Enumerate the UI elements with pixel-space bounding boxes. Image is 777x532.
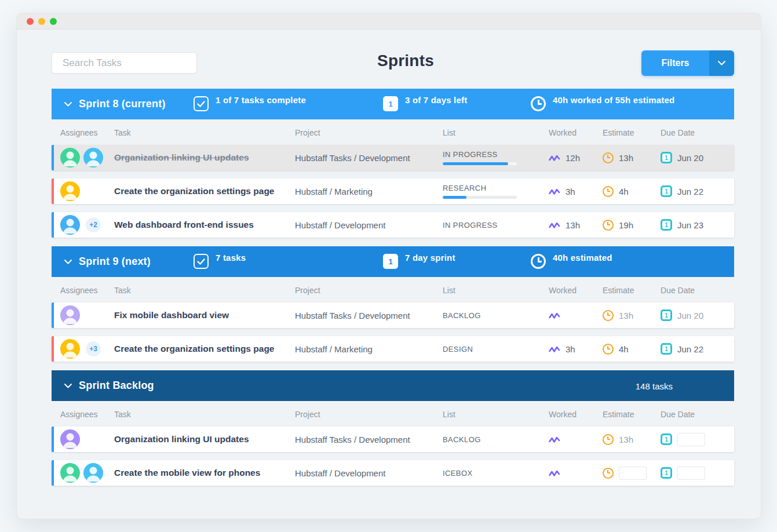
page-title: Sprints	[377, 52, 434, 70]
due-date-input[interactable]	[677, 433, 705, 446]
checkbox-icon	[194, 254, 209, 269]
column-headers: Assignees Task Project List Worked Estim…	[52, 278, 734, 303]
column-header-estimate: Estimate	[603, 286, 661, 295]
close-window-button[interactable]	[27, 18, 34, 25]
column-header-task: Task	[114, 286, 295, 295]
task-row[interactable]: +2 Web dashboard front-end issues Hubsta…	[52, 212, 734, 238]
list-label: IN PROGRESS	[443, 150, 498, 159]
task-title[interactable]: Create the organization settings page	[114, 186, 274, 196]
task-title[interactable]: Create the organization settings page	[114, 344, 274, 354]
hours-worked-stat: 40h worked of 55h estimated	[531, 95, 674, 111]
worked-activity-icon	[549, 436, 560, 443]
clock-icon	[531, 254, 546, 269]
task-row[interactable]: Organization linking UI updates Hubstaff…	[52, 145, 734, 170]
column-header-assignees: Assignees	[60, 410, 114, 419]
filters-button-label[interactable]: Filters	[641, 50, 709, 76]
task-title[interactable]: Organization linking UI updates	[114, 152, 249, 163]
estimate-value: 13h	[619, 153, 633, 163]
avatar[interactable]	[60, 215, 80, 235]
worked-activity-icon	[549, 154, 560, 162]
estimate-input[interactable]	[619, 467, 647, 480]
task-title[interactable]: Create the mobile view for phones	[114, 468, 260, 478]
filters-button[interactable]: Filters	[641, 50, 734, 76]
avatar[interactable]	[60, 181, 80, 201]
column-header-worked: Worked	[549, 128, 603, 137]
project-label: Hubstaff / Development	[295, 220, 443, 230]
avatar[interactable]	[60, 429, 80, 449]
sprint-backlog-header[interactable]: Sprint Backlog 148 tasks	[52, 370, 734, 401]
list-label: BACKLOG	[443, 435, 481, 444]
stat-label: 7 day sprint	[405, 253, 455, 263]
avatar[interactable]	[60, 463, 80, 483]
list-label: DESIGN	[443, 345, 473, 354]
avatar[interactable]	[83, 463, 103, 483]
task-progress-bar	[443, 162, 517, 165]
column-header-assignees: Assignees	[60, 128, 114, 137]
calendar-icon: 1	[383, 254, 398, 269]
avatar[interactable]	[60, 305, 80, 325]
collapse-chevron-icon[interactable]	[64, 260, 72, 264]
column-header-estimate: Estimate	[603, 410, 661, 419]
estimate-value: 4h	[619, 187, 629, 196]
column-header-list: List	[443, 410, 549, 419]
column-header-task: Task	[114, 410, 295, 419]
avatar[interactable]	[83, 148, 103, 167]
avatar[interactable]	[60, 339, 80, 359]
task-title[interactable]: Organization linking UI updates	[114, 434, 249, 444]
app-window: Sprints Filters Sprint 8 (current)	[16, 13, 761, 519]
stat-label: 3 of 7 days left	[405, 95, 467, 105]
column-header-estimate: Estimate	[603, 128, 661, 137]
toolbar: Sprints Filters	[52, 50, 734, 76]
estimate-value: 13h	[619, 435, 633, 444]
task-title[interactable]: Fix mobile dashboard view	[114, 310, 229, 320]
task-row[interactable]: Organization linking UI updates Hubstaff…	[52, 427, 734, 452]
worked-value: 13h	[566, 220, 580, 230]
task-row[interactable]: +3 Create the organization settings page…	[52, 336, 734, 362]
estimate-clock-icon	[603, 310, 614, 321]
sprint-8-section: Sprint 8 (current) 1 of 7 tasks complete…	[52, 89, 734, 246]
search-input[interactable]	[63, 57, 191, 69]
sprint-8-header[interactable]: Sprint 8 (current) 1 of 7 tasks complete…	[52, 89, 734, 119]
stat-label: 40h worked of 55h estimated	[553, 95, 674, 105]
search-box[interactable]	[52, 52, 197, 74]
collapse-chevron-icon[interactable]	[64, 102, 72, 107]
collapse-chevron-icon[interactable]	[64, 384, 72, 388]
task-row[interactable]: Create the organization settings page Hu…	[52, 178, 734, 204]
minimize-window-button[interactable]	[38, 18, 45, 25]
project-label: Hubstaff / Marketing	[295, 187, 443, 196]
task-row[interactable]: Fix mobile dashboard view Hubstaff Tasks…	[52, 303, 734, 328]
task-progress-bar	[443, 196, 517, 199]
estimate-value: 4h	[619, 344, 629, 354]
column-header-due-date: Due Date	[661, 410, 734, 419]
extra-assignees-badge[interactable]: +2	[86, 217, 101, 232]
task-row[interactable]: Create the mobile view for phones Hubsta…	[52, 460, 734, 486]
due-date-calendar-icon: 1	[661, 219, 672, 231]
column-header-project: Project	[295, 410, 443, 419]
worked-activity-icon	[549, 312, 560, 319]
estimate-clock-icon	[603, 468, 614, 479]
sprint-length-stat: 1 7 day sprint	[383, 253, 455, 269]
main-content: Sprints Filters Sprint 8 (current)	[17, 30, 761, 494]
sprint-9-header[interactable]: Sprint 9 (next) 7 tasks 1 7 day sprint	[52, 246, 734, 277]
estimate-clock-icon	[603, 186, 614, 197]
sprint-backlog-section: Sprint Backlog 148 tasks Assignees Task …	[52, 370, 734, 494]
estimate-clock-icon	[603, 152, 614, 163]
due-date-input[interactable]	[677, 467, 705, 480]
worked-activity-icon	[549, 345, 560, 353]
avatar[interactable]	[60, 148, 80, 167]
worked-activity-icon	[549, 188, 560, 195]
column-header-due-date: Due Date	[661, 286, 734, 295]
worked-value: 12h	[566, 153, 580, 163]
column-header-task: Task	[114, 128, 295, 137]
extra-assignees-badge[interactable]: +3	[86, 341, 101, 356]
sprint-title: Sprint Backlog	[79, 380, 154, 392]
filters-dropdown-button[interactable]	[709, 50, 734, 76]
due-date-calendar-icon: 1	[661, 152, 672, 163]
task-title[interactable]: Web dashboard front-end issues	[114, 220, 254, 230]
due-date-calendar-icon: 1	[661, 343, 672, 355]
zoom-window-button[interactable]	[50, 18, 57, 25]
list-label: IN PROGRESS	[443, 221, 498, 229]
chevron-down-icon	[718, 61, 725, 65]
estimate-clock-icon	[603, 344, 614, 355]
stat-label: 7 tasks	[216, 253, 246, 263]
